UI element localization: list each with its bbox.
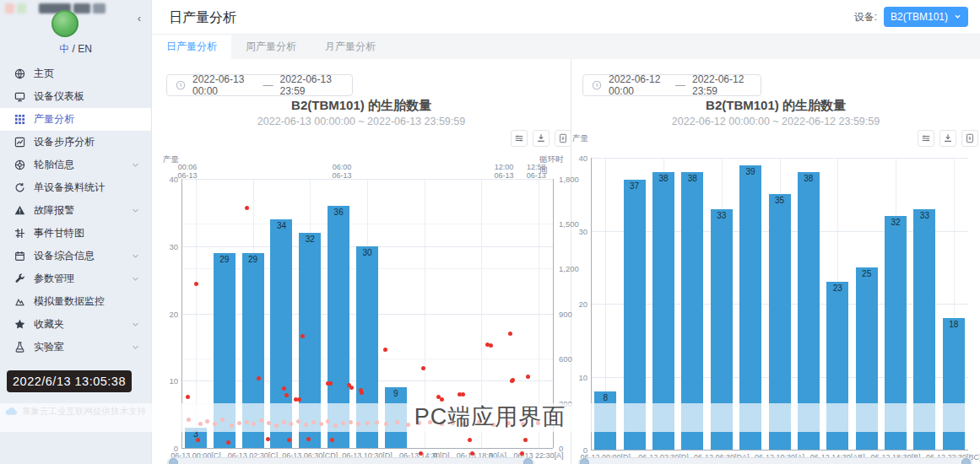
tab-2[interactable]: 月产量分析 <box>311 35 390 59</box>
datazoom-handle-left-end[interactable] <box>523 458 533 464</box>
bar <box>739 165 761 450</box>
bar-value-label: 18 <box>943 318 965 329</box>
bar <box>356 246 378 448</box>
y-axis-right-tick-label: 300 <box>559 399 572 408</box>
bar <box>328 206 349 448</box>
bar <box>856 267 878 450</box>
bar <box>913 209 935 450</box>
dashboard-icon <box>14 91 26 103</box>
sidebar-item-10[interactable]: 模拟量数据监控 <box>0 290 151 313</box>
panel-daily-left: 2022-06-13 00:00 — 2022-06-13 23:59 B2(T… <box>152 59 571 464</box>
scatter-point <box>196 438 200 442</box>
avatar[interactable] <box>51 10 79 37</box>
sidebar-item-8[interactable]: 设备综合信息 <box>0 245 151 267</box>
scatter-point <box>468 438 472 442</box>
bar <box>270 219 292 448</box>
bar <box>299 233 321 448</box>
scatter-point <box>319 422 323 426</box>
sidebar-item-4[interactable]: 轮胎信息 <box>0 154 151 176</box>
alarm-icon <box>14 205 26 217</box>
sidebar-item-3[interactable]: 设备步序分析 <box>0 131 151 154</box>
sidebar-item-5[interactable]: 单设备换料统计 <box>0 176 151 199</box>
sidebar-item-label: 参数管理 <box>34 272 74 286</box>
tabstrip: 日产量分析周产量分析月产量分析 <box>152 35 980 60</box>
app-root: ‹ 中 / EN 主页设备仪表板产量分析设备步序分析轮胎信息单设备换料统计故障报… <box>0 0 980 464</box>
sidebar-item-label: 设备仪表板 <box>34 89 84 104</box>
scatter-point <box>186 395 190 399</box>
sidebar-item-6[interactable]: 故障报警 <box>0 199 151 222</box>
sidebar-item-1[interactable]: 设备仪表板 <box>0 85 151 108</box>
datazoom-handle-right-start[interactable] <box>580 458 589 464</box>
sidebar-item-12[interactable]: 实验室 <box>0 336 151 359</box>
bar <box>711 209 733 450</box>
grid-icon <box>14 114 26 126</box>
tab-0[interactable]: 日产量分析 <box>152 35 231 59</box>
chevron-down-icon <box>954 11 961 23</box>
sidebar-item-label: 单设备换料统计 <box>34 181 105 195</box>
logo-mark-2 <box>17 3 26 13</box>
top-axis-label: 06:0006-13 <box>325 163 359 181</box>
scatter-point <box>521 422 525 426</box>
y-axis-tick-label: 30 <box>566 227 587 236</box>
datazoom-handle-left-start[interactable] <box>169 458 178 464</box>
y-axis-tick-label: 10 <box>156 376 178 386</box>
language-toggle[interactable]: 中 / EN <box>0 42 151 57</box>
scatter-point <box>198 422 203 426</box>
tab-1[interactable]: 周产量分析 <box>231 35 311 59</box>
chevron-down-icon <box>132 275 139 283</box>
sidebar-item-label: 故障报警 <box>34 203 74 218</box>
sidebar-collapse-icon[interactable]: ‹ <box>138 12 141 24</box>
wrench-icon <box>14 273 26 285</box>
chart-right: 403020100837383833393538232532331806-12 … <box>571 59 980 464</box>
datazoom-slider-left[interactable] <box>167 457 534 464</box>
sidebar-item-9[interactable]: 参数管理 <box>0 267 151 290</box>
sidebar-item-11[interactable]: 收藏夹 <box>0 313 151 336</box>
scatter-point <box>428 420 432 424</box>
scatter-point <box>341 421 345 425</box>
scatter-point <box>330 438 334 442</box>
sidebar-item-label: 实验室 <box>34 340 64 354</box>
scatter-point <box>282 420 286 424</box>
calendar-icon <box>14 251 26 262</box>
y-axis-name: 产量 <box>163 154 179 165</box>
scatter-point <box>511 378 515 382</box>
scatter-point <box>274 424 279 428</box>
logo-mark <box>5 3 14 13</box>
sidebar-item-0[interactable]: 主页 <box>0 62 151 85</box>
bar-value-label: 32 <box>299 233 321 244</box>
y-axis-tick-label: 30 <box>156 242 178 251</box>
y-axis-tick-label: 20 <box>566 299 587 309</box>
star-icon <box>14 319 26 331</box>
lang-en[interactable]: EN <box>78 43 92 55</box>
chevron-down-icon <box>132 343 139 351</box>
sidebar-item-7[interactable]: 事件甘特图 <box>0 222 151 245</box>
bar-value-label: 8 <box>594 391 616 402</box>
scatter-point <box>383 348 387 352</box>
sidebar-item-label: 设备综合信息 <box>34 249 95 263</box>
sidebar-item-2[interactable]: 产量分析 <box>0 108 151 131</box>
globe-icon <box>14 68 26 80</box>
scatter-point <box>440 397 444 402</box>
datazoom-slider-right[interactable] <box>578 457 972 464</box>
scatter-point <box>462 422 466 426</box>
scatter-point <box>491 423 495 427</box>
bar-value-label: 23 <box>826 282 848 293</box>
scatter-point <box>266 437 270 441</box>
support-text: 寨象云工业互联网提供技术支持 <box>22 406 146 418</box>
waveform-icon <box>14 296 26 308</box>
bar-value-label: 30 <box>356 246 378 257</box>
scatter-point <box>333 424 338 428</box>
sidebar-item-label: 事件甘特图 <box>34 226 84 240</box>
scatter-point <box>375 420 379 424</box>
bar-value-label: 38 <box>652 172 674 183</box>
scatter-point <box>536 421 540 425</box>
y-axis-right-tick-label: 900 <box>559 310 572 319</box>
y-axis-tick-label: 20 <box>156 310 178 319</box>
x-axis-line <box>181 448 553 449</box>
bar-value-label: 38 <box>681 172 703 183</box>
datazoom-handle-right-end[interactable] <box>961 458 971 464</box>
y-axis-right-tick-label: 600 <box>559 354 572 364</box>
device-select[interactable]: B2(TBM101) <box>884 7 968 27</box>
lang-zh[interactable]: 中 <box>59 43 69 55</box>
bar-value-label: 9 <box>385 387 407 398</box>
